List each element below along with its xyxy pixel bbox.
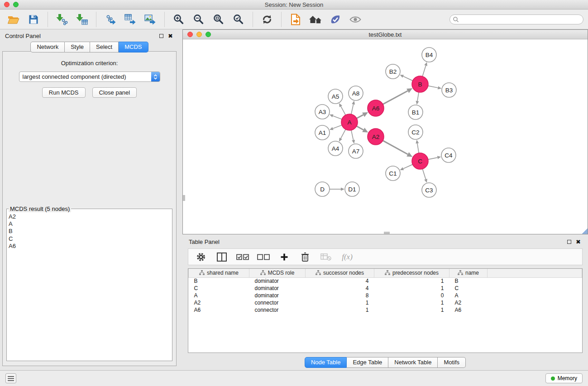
resize-grip-icon[interactable] bbox=[582, 229, 588, 234]
graph-edge-C-C1[interactable] bbox=[403, 164, 413, 168]
export-network-button[interactable] bbox=[101, 11, 120, 28]
graph-node-A[interactable]: A bbox=[341, 114, 358, 130]
graph-node-A4[interactable]: A4 bbox=[328, 141, 343, 156]
tab-network-table[interactable]: Network Table bbox=[388, 357, 438, 368]
deselect-all-button[interactable] bbox=[255, 250, 272, 264]
import-network-button[interactable] bbox=[53, 11, 71, 28]
function-builder-button[interactable]: f(x) bbox=[339, 250, 355, 264]
graph-node-C3[interactable]: C3 bbox=[422, 183, 436, 197]
zoom-out-button[interactable] bbox=[190, 11, 208, 28]
zoom-fit-button[interactable] bbox=[210, 11, 228, 28]
export-table-button[interactable] bbox=[121, 11, 139, 28]
column-header-mcds-role[interactable]: MCDS role bbox=[249, 269, 306, 277]
show-hide-button[interactable] bbox=[346, 11, 364, 28]
graph-edge-A6-B[interactable] bbox=[383, 91, 408, 105]
graphics-details-button[interactable] bbox=[326, 11, 344, 28]
graph-node-C[interactable]: C bbox=[412, 153, 428, 169]
control-panel-close-button[interactable]: ✖ bbox=[168, 33, 173, 39]
table-row[interactable]: Bdominator41B bbox=[189, 277, 582, 285]
graph-node-label: B bbox=[418, 81, 422, 88]
table-panel-float-button[interactable] bbox=[567, 240, 571, 244]
graph-edge-A-A8[interactable] bbox=[351, 104, 354, 114]
graph-edge-A-A3[interactable] bbox=[333, 116, 342, 119]
export-image-button[interactable] bbox=[141, 11, 159, 28]
graph-node-D1[interactable]: D1 bbox=[345, 182, 359, 196]
graph-node-A5[interactable]: A5 bbox=[328, 89, 343, 104]
graph-node-B3[interactable]: B3 bbox=[442, 83, 456, 97]
open-file-button[interactable] bbox=[5, 11, 23, 28]
horizontal-scroll-nub[interactable] bbox=[384, 232, 390, 234]
graph-node-A2[interactable]: A2 bbox=[368, 129, 384, 145]
graph-node-B[interactable]: B bbox=[412, 76, 428, 92]
graph-node-A8[interactable]: A8 bbox=[349, 86, 363, 100]
graph-node-C1[interactable]: C1 bbox=[386, 166, 400, 181]
tab-network[interactable]: Network bbox=[30, 42, 65, 52]
add-row-button[interactable] bbox=[276, 250, 292, 264]
tab-motifs[interactable]: Motifs bbox=[438, 357, 466, 368]
graph-node-A7[interactable]: A7 bbox=[349, 144, 363, 158]
graph-node-D[interactable]: D bbox=[315, 182, 330, 196]
run-mcds-button[interactable]: Run MCDS bbox=[42, 87, 86, 98]
graph-node-C2[interactable]: C2 bbox=[408, 125, 423, 139]
control-panel-float-button[interactable] bbox=[159, 34, 163, 38]
delete-row-button[interactable] bbox=[297, 250, 313, 264]
tab-select[interactable]: Select bbox=[90, 42, 119, 52]
home-button[interactable] bbox=[306, 11, 325, 28]
table-cell: dominator bbox=[249, 292, 306, 299]
graph-node-A3[interactable]: A3 bbox=[315, 105, 330, 119]
criterion-dropdown[interactable]: largest connected component (directed) bbox=[19, 71, 160, 82]
zoom-in-button[interactable] bbox=[170, 11, 188, 28]
graph-edge-A-A4[interactable] bbox=[341, 129, 346, 138]
vertical-scroll-nub[interactable] bbox=[183, 195, 185, 201]
column-header-shared-name[interactable]: shared name bbox=[189, 269, 249, 277]
graph-edge-C-C3[interactable] bbox=[422, 169, 425, 179]
graph-edge-A-A6[interactable] bbox=[357, 115, 363, 119]
graph-edge-B-B3[interactable] bbox=[428, 86, 438, 88]
delete-table-button[interactable] bbox=[318, 250, 334, 264]
import-table-button[interactable] bbox=[73, 11, 91, 28]
graph-edge-B-B2[interactable] bbox=[403, 76, 413, 81]
column-header-predecessor-nodes[interactable]: predecessor nodes bbox=[374, 269, 449, 277]
graph-edge-B-B1[interactable] bbox=[417, 92, 419, 101]
graph-node-B4[interactable]: B4 bbox=[422, 48, 436, 62]
tab-style[interactable]: Style bbox=[65, 42, 90, 52]
graph-edge-C-C2[interactable] bbox=[417, 143, 419, 153]
search-input[interactable] bbox=[449, 14, 583, 24]
tab-edge-table[interactable]: Edge Table bbox=[347, 357, 388, 368]
column-header-successor-nodes[interactable]: successor nodes bbox=[306, 269, 374, 277]
graph-edge-B-B4[interactable] bbox=[422, 66, 425, 76]
panel-list-button[interactable] bbox=[5, 373, 16, 383]
network-window-titlebar: testGlobe.txt bbox=[183, 30, 588, 39]
table-settings-button[interactable] bbox=[193, 250, 209, 264]
graph-edge-A-A1[interactable] bbox=[333, 125, 342, 129]
graph-edge-arrowhead bbox=[424, 62, 427, 66]
graph-node-B1[interactable]: B1 bbox=[408, 105, 423, 119]
tab-node-table[interactable]: Node Table bbox=[305, 357, 347, 368]
graph-node-A1[interactable]: A1 bbox=[315, 125, 330, 140]
close-panel-button[interactable]: Close panel bbox=[92, 87, 137, 98]
tab-mcds[interactable]: MCDS bbox=[119, 42, 148, 52]
zoom-selected-button[interactable] bbox=[229, 11, 248, 28]
graph-node-C4[interactable]: C4 bbox=[441, 148, 456, 162]
table-row[interactable]: A2connector11A2 bbox=[189, 299, 582, 306]
graph-edge-A-A5[interactable] bbox=[341, 106, 345, 115]
graph-edge-C-C4[interactable] bbox=[428, 157, 438, 159]
save-session-button[interactable] bbox=[24, 11, 43, 28]
graph-node-A6[interactable]: A6 bbox=[368, 100, 384, 116]
memory-button[interactable]: Memory bbox=[545, 373, 583, 383]
graph-node-B2[interactable]: B2 bbox=[386, 64, 400, 79]
column-header-name[interactable]: name bbox=[449, 269, 488, 277]
select-all-button[interactable] bbox=[234, 250, 251, 264]
network-canvas[interactable]: B4B2BB3A5A8A6A3B1AA1C2A2A4A7C4CC1DD1C3 bbox=[183, 39, 588, 234]
table-row[interactable]: Cdominator41C bbox=[189, 285, 582, 292]
show-columns-button[interactable] bbox=[214, 250, 230, 264]
table-row[interactable]: A6connector11A6 bbox=[189, 306, 582, 314]
graph-edge-A-A2[interactable] bbox=[357, 126, 363, 130]
table-row[interactable]: Adominator80A bbox=[189, 292, 582, 299]
refresh-button[interactable] bbox=[258, 11, 276, 28]
graph-edge-A-A7[interactable] bbox=[351, 130, 354, 140]
graph-edge-A2-C[interactable] bbox=[383, 141, 408, 154]
export-document-button[interactable] bbox=[287, 11, 305, 28]
table-panel-close-button[interactable]: ✖ bbox=[576, 239, 581, 245]
table-cell: A bbox=[189, 292, 249, 299]
